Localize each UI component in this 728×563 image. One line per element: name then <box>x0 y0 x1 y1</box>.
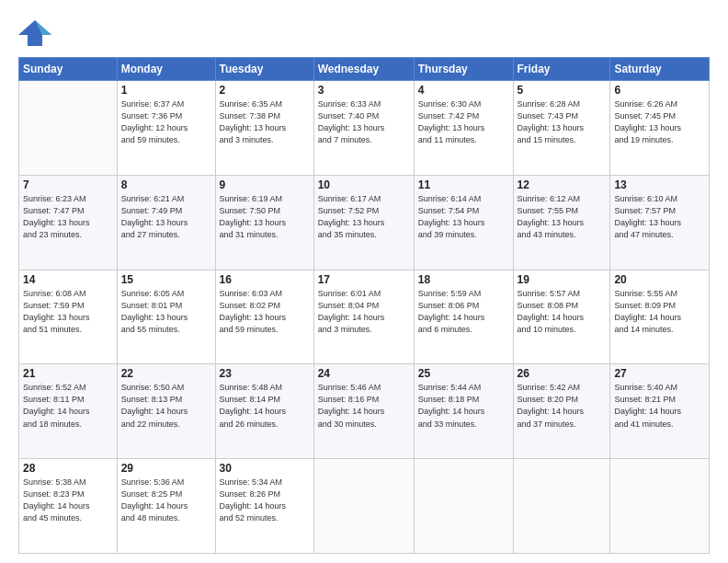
calendar-cell: 10Sunrise: 6:17 AM Sunset: 7:52 PM Dayli… <box>313 175 414 270</box>
day-number: 5 <box>518 84 607 97</box>
day-info: Sunrise: 5:44 AM Sunset: 8:18 PM Dayligh… <box>418 382 509 430</box>
calendar-cell <box>19 81 118 176</box>
calendar-cell: 14Sunrise: 6:08 AM Sunset: 7:59 PM Dayli… <box>19 270 118 364</box>
calendar-cell: 6Sunrise: 6:26 AM Sunset: 7:45 PM Daylig… <box>610 81 710 176</box>
day-of-week-header: Friday <box>513 58 610 81</box>
day-info: Sunrise: 5:46 AM Sunset: 8:16 PM Dayligh… <box>318 382 410 430</box>
day-number: 17 <box>318 273 410 286</box>
calendar-cell: 25Sunrise: 5:44 AM Sunset: 8:18 PM Dayli… <box>414 364 513 459</box>
day-info: Sunrise: 6:10 AM Sunset: 7:57 PM Dayligh… <box>614 193 705 241</box>
calendar-cell: 17Sunrise: 6:01 AM Sunset: 8:04 PM Dayli… <box>313 270 414 364</box>
day-info: Sunrise: 6:08 AM Sunset: 7:59 PM Dayligh… <box>23 288 113 336</box>
day-info: Sunrise: 5:34 AM Sunset: 8:26 PM Dayligh… <box>220 477 310 524</box>
day-number: 12 <box>518 178 607 191</box>
day-number: 23 <box>220 367 310 380</box>
calendar-cell: 29Sunrise: 5:36 AM Sunset: 8:25 PM Dayli… <box>117 459 215 554</box>
days-of-week-row: SundayMondayTuesdayWednesdayThursdayFrid… <box>19 58 710 81</box>
day-of-week-header: Thursday <box>414 58 513 81</box>
day-info: Sunrise: 6:33 AM Sunset: 7:40 PM Dayligh… <box>318 98 410 146</box>
day-info: Sunrise: 6:35 AM Sunset: 7:38 PM Dayligh… <box>220 98 310 146</box>
calendar-cell <box>610 459 710 554</box>
day-number: 19 <box>518 273 607 286</box>
calendar-cell: 4Sunrise: 6:30 AM Sunset: 7:42 PM Daylig… <box>414 81 513 176</box>
day-number: 30 <box>220 462 310 475</box>
calendar-cell <box>414 459 513 554</box>
day-of-week-header: Wednesday <box>313 58 414 81</box>
day-number: 28 <box>23 462 113 475</box>
calendar-body: 1Sunrise: 6:37 AM Sunset: 7:36 PM Daylig… <box>19 81 710 554</box>
calendar-week-row: 1Sunrise: 6:37 AM Sunset: 7:36 PM Daylig… <box>19 81 710 176</box>
day-info: Sunrise: 6:17 AM Sunset: 7:52 PM Dayligh… <box>318 193 410 241</box>
header <box>18 17 710 50</box>
day-number: 26 <box>518 367 607 380</box>
calendar-header: SundayMondayTuesdayWednesdayThursdayFrid… <box>19 58 710 81</box>
page: SundayMondayTuesdayWednesdayThursdayFrid… <box>0 0 728 563</box>
day-number: 24 <box>318 367 410 380</box>
day-info: Sunrise: 5:50 AM Sunset: 8:13 PM Dayligh… <box>121 382 211 430</box>
calendar-cell: 15Sunrise: 6:05 AM Sunset: 8:01 PM Dayli… <box>117 270 215 364</box>
day-info: Sunrise: 6:14 AM Sunset: 7:54 PM Dayligh… <box>418 193 509 241</box>
calendar-cell: 12Sunrise: 6:12 AM Sunset: 7:55 PM Dayli… <box>513 175 610 270</box>
calendar-cell: 18Sunrise: 5:59 AM Sunset: 8:06 PM Dayli… <box>414 270 513 364</box>
day-number: 1 <box>121 84 211 97</box>
day-number: 4 <box>418 84 509 97</box>
calendar-cell: 9Sunrise: 6:19 AM Sunset: 7:50 PM Daylig… <box>215 175 313 270</box>
day-number: 9 <box>220 178 310 191</box>
day-info: Sunrise: 6:23 AM Sunset: 7:47 PM Dayligh… <box>23 193 113 241</box>
day-number: 7 <box>23 178 113 191</box>
calendar-cell <box>313 459 414 554</box>
calendar-week-row: 14Sunrise: 6:08 AM Sunset: 7:59 PM Dayli… <box>19 270 710 364</box>
day-number: 11 <box>418 178 509 191</box>
day-info: Sunrise: 6:19 AM Sunset: 7:50 PM Dayligh… <box>220 193 310 241</box>
calendar-cell: 26Sunrise: 5:42 AM Sunset: 8:20 PM Dayli… <box>513 364 610 459</box>
day-number: 16 <box>220 273 310 286</box>
calendar-cell: 19Sunrise: 5:57 AM Sunset: 8:08 PM Dayli… <box>513 270 610 364</box>
day-info: Sunrise: 5:57 AM Sunset: 8:08 PM Dayligh… <box>518 288 607 336</box>
day-info: Sunrise: 6:03 AM Sunset: 8:02 PM Dayligh… <box>220 288 310 336</box>
calendar-table: SundayMondayTuesdayWednesdayThursdayFrid… <box>18 57 710 554</box>
day-info: Sunrise: 5:40 AM Sunset: 8:21 PM Dayligh… <box>614 382 705 430</box>
day-of-week-header: Tuesday <box>215 58 313 81</box>
day-number: 27 <box>614 367 705 380</box>
day-info: Sunrise: 6:12 AM Sunset: 7:55 PM Dayligh… <box>518 193 607 241</box>
calendar-cell: 1Sunrise: 6:37 AM Sunset: 7:36 PM Daylig… <box>117 81 215 176</box>
calendar-cell: 28Sunrise: 5:38 AM Sunset: 8:23 PM Dayli… <box>19 459 118 554</box>
calendar-cell: 11Sunrise: 6:14 AM Sunset: 7:54 PM Dayli… <box>414 175 513 270</box>
day-info: Sunrise: 6:26 AM Sunset: 7:45 PM Dayligh… <box>614 98 705 146</box>
calendar-cell: 2Sunrise: 6:35 AM Sunset: 7:38 PM Daylig… <box>215 81 313 176</box>
day-number: 13 <box>614 178 705 191</box>
logo <box>18 17 55 50</box>
day-number: 29 <box>121 462 211 475</box>
day-of-week-header: Saturday <box>610 58 710 81</box>
day-of-week-header: Sunday <box>19 58 118 81</box>
calendar-cell: 24Sunrise: 5:46 AM Sunset: 8:16 PM Dayli… <box>313 364 414 459</box>
calendar-cell: 3Sunrise: 6:33 AM Sunset: 7:40 PM Daylig… <box>313 81 414 176</box>
calendar-cell: 30Sunrise: 5:34 AM Sunset: 8:26 PM Dayli… <box>215 459 313 554</box>
day-info: Sunrise: 6:05 AM Sunset: 8:01 PM Dayligh… <box>121 288 211 336</box>
day-info: Sunrise: 6:30 AM Sunset: 7:42 PM Dayligh… <box>418 98 509 146</box>
calendar-cell: 20Sunrise: 5:55 AM Sunset: 8:09 PM Dayli… <box>610 270 710 364</box>
calendar-cell: 5Sunrise: 6:28 AM Sunset: 7:43 PM Daylig… <box>513 81 610 176</box>
calendar-cell: 13Sunrise: 6:10 AM Sunset: 7:57 PM Dayli… <box>610 175 710 270</box>
day-number: 25 <box>418 367 509 380</box>
logo-icon <box>18 17 51 50</box>
calendar-cell: 23Sunrise: 5:48 AM Sunset: 8:14 PM Dayli… <box>215 364 313 459</box>
day-info: Sunrise: 5:48 AM Sunset: 8:14 PM Dayligh… <box>220 382 310 430</box>
day-number: 6 <box>614 84 705 97</box>
day-number: 14 <box>23 273 113 286</box>
calendar-cell: 7Sunrise: 6:23 AM Sunset: 7:47 PM Daylig… <box>19 175 118 270</box>
day-number: 20 <box>614 273 705 286</box>
day-of-week-header: Monday <box>117 58 215 81</box>
day-number: 10 <box>318 178 410 191</box>
calendar-week-row: 21Sunrise: 5:52 AM Sunset: 8:11 PM Dayli… <box>19 364 710 459</box>
calendar-cell: 27Sunrise: 5:40 AM Sunset: 8:21 PM Dayli… <box>610 364 710 459</box>
day-number: 22 <box>121 367 211 380</box>
day-number: 3 <box>318 84 410 97</box>
day-info: Sunrise: 6:01 AM Sunset: 8:04 PM Dayligh… <box>318 288 410 336</box>
day-info: Sunrise: 6:21 AM Sunset: 7:49 PM Dayligh… <box>121 193 211 241</box>
day-info: Sunrise: 5:59 AM Sunset: 8:06 PM Dayligh… <box>418 288 509 336</box>
day-number: 2 <box>220 84 310 97</box>
day-info: Sunrise: 5:38 AM Sunset: 8:23 PM Dayligh… <box>23 477 113 524</box>
calendar-cell: 21Sunrise: 5:52 AM Sunset: 8:11 PM Dayli… <box>19 364 118 459</box>
day-info: Sunrise: 5:55 AM Sunset: 8:09 PM Dayligh… <box>614 288 705 336</box>
